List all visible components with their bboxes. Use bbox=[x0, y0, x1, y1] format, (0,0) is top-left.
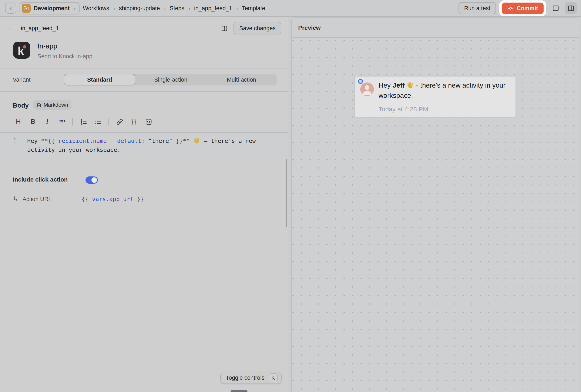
panel-left-icon bbox=[552, 4, 559, 12]
nested-arrow-icon: ↳ bbox=[13, 195, 22, 203]
save-changes-button[interactable]: Save changes bbox=[234, 22, 281, 34]
breadcrumb: ‹ Development › Workflows › shipping-upd… bbox=[5, 2, 265, 14]
toggle-controls-button[interactable]: Toggle controls K bbox=[220, 372, 282, 384]
markdown-label: Markdown bbox=[44, 102, 68, 108]
markdown-file-icon bbox=[36, 102, 42, 108]
preview-panel: Preview Hey Jeff - there's a new activit… bbox=[291, 17, 579, 392]
chevron-right-icon: › bbox=[73, 4, 76, 12]
variable-braces-button[interactable]: {} bbox=[128, 117, 140, 126]
commit-label: Commit bbox=[517, 5, 538, 11]
back-arrow-icon[interactable]: ← bbox=[8, 24, 15, 32]
line-number: 1 bbox=[0, 136, 27, 154]
notification-message: Hey Jeff - there's a new activity in you… bbox=[378, 80, 511, 101]
variant-option-standard[interactable]: Standard bbox=[64, 74, 136, 85]
breadcrumb-step-name[interactable]: in_app_feed_1 bbox=[194, 5, 232, 11]
channel-subtitle: Send to Knock in-app bbox=[38, 53, 92, 59]
breadcrumb-steps[interactable]: Steps bbox=[170, 5, 184, 11]
toggle-left-panel-button[interactable] bbox=[550, 2, 562, 14]
editor-panel-header: ← in_app_feed_1 Save changes bbox=[0, 17, 288, 39]
toolbar-divider bbox=[72, 118, 73, 125]
commit-icon bbox=[508, 5, 514, 11]
blockquote-button[interactable]: ”” bbox=[56, 116, 67, 127]
notification-preview-card[interactable]: Hey Jeff - there's a new activity in you… bbox=[354, 76, 516, 117]
include-click-action-label: Include click action bbox=[13, 176, 68, 184]
bottom-toolbar-peek bbox=[230, 390, 248, 392]
bold-button[interactable]: B bbox=[27, 117, 38, 126]
preview-header: Preview bbox=[292, 18, 579, 38]
breadcrumb-separator: › bbox=[188, 4, 191, 12]
preview-canvas: Hey Jeff - there's a new activity in you… bbox=[292, 38, 579, 392]
environment-label: Development bbox=[34, 5, 70, 11]
keyboard-shortcut-badge: K bbox=[269, 373, 278, 382]
unread-indicator bbox=[358, 79, 363, 84]
body-section: Body Markdown H B I ”” bbox=[0, 92, 288, 164]
code-line: Hey **{{ recipient.name | default: "ther… bbox=[27, 136, 288, 154]
commit-highlight: Commit bbox=[499, 0, 546, 16]
include-click-action-toggle[interactable] bbox=[86, 176, 98, 184]
variant-label: Variant bbox=[13, 76, 64, 83]
toolbar-divider bbox=[108, 118, 109, 125]
breadcrumb-workflows[interactable]: Workflows bbox=[83, 5, 109, 11]
top-bar-actions: Run a test Commit bbox=[458, 0, 577, 16]
top-bar: ‹ Development › Workflows › shipping-upd… bbox=[0, 0, 581, 16]
variant-option-single-action[interactable]: Single-action bbox=[136, 74, 206, 85]
wave-emoji-icon bbox=[193, 137, 200, 144]
environment-selector[interactable]: Development › bbox=[20, 2, 80, 14]
breadcrumb-separator: › bbox=[113, 4, 116, 12]
knock-logo: k bbox=[13, 42, 30, 59]
step-name: in_app_feed_1 bbox=[21, 25, 59, 31]
heading-button[interactable]: H bbox=[13, 117, 24, 126]
italic-button[interactable]: I bbox=[42, 117, 53, 126]
toggle-knob bbox=[91, 177, 97, 183]
avatar bbox=[360, 82, 374, 96]
environment-folder-icon bbox=[22, 3, 30, 12]
back-chevron-icon: ‹ bbox=[10, 5, 12, 11]
action-url-label: Action URL bbox=[22, 196, 64, 202]
template-editor-panel: ← in_app_feed_1 Save changes k In-app Se… bbox=[0, 17, 288, 392]
click-action-section: Include click action ↳ Action URL {{ var… bbox=[0, 164, 288, 203]
notification-timestamp: Today at 4:28 PM bbox=[378, 105, 428, 113]
ordered-list-button[interactable] bbox=[78, 117, 89, 126]
markdown-format-badge[interactable]: Markdown bbox=[33, 100, 72, 110]
knock-template-editor: ‹ Development › Workflows › shipping-upd… bbox=[0, 0, 581, 392]
docs-book-icon[interactable] bbox=[220, 24, 228, 32]
preview-title: Preview bbox=[298, 24, 321, 31]
body-code-editor[interactable]: 1 Hey **{{ recipient.name | default: "th… bbox=[0, 132, 288, 164]
run-test-button[interactable]: Run a test bbox=[458, 2, 496, 14]
toggle-right-panel-button[interactable] bbox=[565, 2, 577, 14]
breadcrumb-template[interactable]: Template bbox=[242, 5, 266, 11]
channel-info: k In-app Send to Knock in-app bbox=[0, 39, 288, 68]
formatting-toolbar: H B I ”” bbox=[0, 110, 288, 132]
breadcrumb-separator: › bbox=[163, 4, 166, 12]
action-url-value[interactable]: {{ vars.app_url }} bbox=[82, 196, 144, 202]
link-button[interactable] bbox=[114, 117, 125, 126]
breadcrumb-workflow-name[interactable]: shipping-update bbox=[119, 5, 160, 11]
bullet-list-button[interactable] bbox=[92, 117, 103, 126]
back-button[interactable]: ‹ bbox=[5, 2, 16, 13]
commit-button[interactable]: Commit bbox=[502, 2, 544, 14]
panel-right-icon bbox=[567, 4, 574, 12]
toggle-controls-label: Toggle controls bbox=[226, 375, 264, 381]
wave-emoji-icon bbox=[406, 81, 414, 89]
body-label: Body bbox=[13, 101, 29, 109]
breadcrumb-separator: › bbox=[236, 4, 238, 12]
recipient-name: Jeff bbox=[392, 82, 405, 89]
variant-row: Variant Standard Single-action Multi-act… bbox=[0, 68, 288, 91]
variant-option-multi-action[interactable]: Multi-action bbox=[206, 74, 277, 85]
channel-title: In-app bbox=[38, 42, 92, 50]
variant-segmented-control: Standard Single-action Multi-action bbox=[64, 74, 277, 85]
code-block-button[interactable] bbox=[143, 117, 154, 126]
scrollbar-thumb[interactable] bbox=[286, 159, 287, 227]
